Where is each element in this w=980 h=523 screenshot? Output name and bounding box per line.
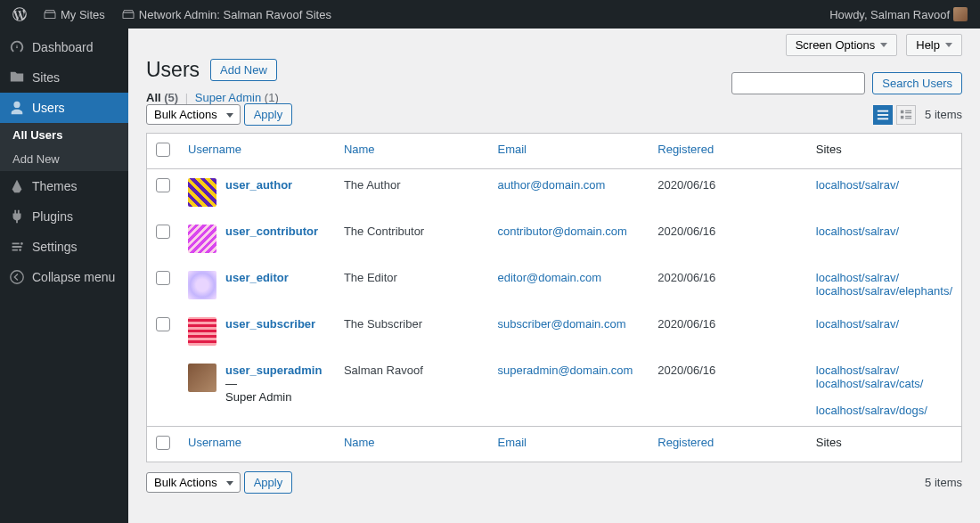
col-email[interactable]: Email: [488, 427, 649, 462]
search-users-button[interactable]: Search Users: [872, 72, 962, 94]
screen-options-button[interactable]: Screen Options: [786, 34, 898, 56]
col-registered[interactable]: Registered: [649, 427, 807, 462]
howdy-link[interactable]: Howdy, Salman Ravoof: [824, 0, 973, 29]
email-link[interactable]: author@domain.com: [497, 178, 605, 192]
site-link[interactable]: localhost/salrav/: [816, 317, 899, 331]
user-search-input[interactable]: [731, 72, 865, 94]
menu-themes[interactable]: Themes: [0, 171, 128, 201]
site-link[interactable]: localhost/salrav/: [816, 271, 899, 284]
svg-rect-6: [901, 110, 904, 113]
network-admin-link[interactable]: Network Admin: Salman Ravoof Sites: [116, 0, 337, 29]
items-count-bottom: 5 items: [925, 476, 962, 489]
apply-button-top[interactable]: Apply: [244, 103, 293, 126]
email-link[interactable]: contributor@domain.com: [497, 225, 626, 238]
site-link[interactable]: localhost/salrav/: [816, 364, 899, 377]
col-email[interactable]: Email: [488, 134, 649, 169]
menu-sites[interactable]: Sites: [0, 62, 128, 93]
username-link[interactable]: user_superadmin: [225, 364, 322, 377]
chevron-down-icon: [880, 43, 887, 47]
users-table: Username Name Email Registered Sites use…: [146, 133, 962, 462]
content-area: Screen Options Help Users Add New All (5…: [128, 29, 980, 523]
username-link[interactable]: user_editor: [225, 271, 289, 284]
admin-bar: My Sites Network Admin: Salman Ravoof Si…: [0, 0, 980, 29]
menu-dashboard[interactable]: Dashboard: [0, 32, 128, 62]
row-checkbox[interactable]: [156, 271, 170, 285]
svg-rect-4: [878, 114, 888, 116]
svg-rect-10: [905, 115, 911, 116]
bulk-actions-select-bottom[interactable]: Bulk Actions: [146, 472, 241, 493]
menu-plugins[interactable]: Plugins: [0, 201, 128, 232]
add-new-button[interactable]: Add New: [210, 59, 277, 81]
wp-logo[interactable]: [7, 0, 32, 29]
select-all-checkbox-bottom[interactable]: [156, 436, 170, 450]
name-cell: The Author: [335, 169, 489, 217]
email-link[interactable]: superadmin@domain.com: [497, 364, 633, 377]
row-checkbox[interactable]: [156, 225, 170, 239]
menu-users[interactable]: Users: [0, 93, 128, 123]
email-link[interactable]: subscriber@domain.com: [497, 317, 625, 331]
name-cell: Salman Ravoof: [335, 355, 489, 427]
col-username[interactable]: Username: [179, 134, 335, 169]
settings-icon: [9, 239, 25, 255]
user-avatar: [188, 178, 216, 207]
row-checkbox[interactable]: [156, 317, 170, 331]
svg-rect-11: [905, 118, 911, 118]
registered-cell: 2020/06/16: [649, 262, 807, 308]
name-cell: The Subscriber: [335, 308, 489, 355]
site-link[interactable]: localhost/salrav/: [816, 178, 899, 192]
bulk-actions-select[interactable]: Bulk Actions: [146, 104, 241, 125]
plugins-icon: [9, 208, 25, 225]
collapse-icon: [9, 269, 25, 285]
avatar-icon: [953, 7, 968, 21]
table-row: user_editorThe Editoreditor@domain.com20…: [147, 262, 962, 308]
submenu-add-new[interactable]: Add New: [0, 147, 128, 171]
view-list-icon[interactable]: [873, 105, 893, 125]
row-checkbox[interactable]: [156, 178, 170, 192]
page-title: Users: [146, 58, 200, 82]
col-username[interactable]: Username: [179, 427, 335, 462]
user-avatar: [188, 317, 216, 346]
howdy-label: Howdy, Salman Ravoof: [829, 8, 950, 21]
site-link[interactable]: localhost/salrav/dogs/: [816, 404, 927, 417]
table-row: user_superadmin — Super AdminSalman Ravo…: [147, 355, 962, 427]
col-name[interactable]: Name: [335, 427, 489, 462]
my-sites-link[interactable]: My Sites: [37, 0, 110, 29]
registered-cell: 2020/06/16: [649, 308, 807, 355]
username-link[interactable]: user_contributor: [225, 225, 318, 238]
themes-icon: [9, 178, 25, 194]
site-link[interactable]: localhost/salrav/cats/: [816, 377, 924, 390]
dashboard-icon: [9, 39, 25, 55]
filter-all[interactable]: All (5): [146, 91, 178, 104]
svg-point-0: [20, 242, 23, 245]
username-link[interactable]: user_subscriber: [225, 317, 315, 331]
user-avatar: [188, 225, 216, 253]
my-sites-label: My Sites: [61, 8, 105, 21]
sites-icon: [9, 69, 25, 86]
registered-cell: 2020/06/16: [649, 169, 807, 217]
site-link[interactable]: localhost/salrav/elephants/: [816, 284, 952, 298]
select-all-checkbox[interactable]: [156, 143, 170, 157]
email-link[interactable]: editor@domain.com: [497, 271, 601, 284]
svg-point-1: [19, 249, 21, 251]
menu-collapse-menu[interactable]: Collapse menu: [0, 262, 128, 292]
col-sites: Sites: [807, 134, 962, 169]
users-icon: [9, 100, 25, 116]
table-row: user_authorThe Authorauthor@domain.com20…: [147, 169, 962, 217]
col-sites: Sites: [807, 427, 962, 462]
network-admin-label: Network Admin: Salman Ravoof Sites: [139, 8, 331, 21]
col-registered[interactable]: Registered: [649, 134, 807, 169]
filter-super-admin[interactable]: Super Admin (1): [195, 91, 279, 104]
site-link[interactable]: localhost/salrav/: [816, 225, 899, 238]
svg-point-2: [11, 271, 23, 283]
apply-button-bottom[interactable]: Apply: [244, 471, 293, 494]
col-name[interactable]: Name: [335, 134, 489, 169]
submenu-all-users[interactable]: All Users: [0, 123, 128, 147]
table-row: user_contributorThe Contributorcontribut…: [147, 216, 962, 262]
menu-settings[interactable]: Settings: [0, 232, 128, 262]
view-excerpt-icon[interactable]: [896, 105, 916, 125]
chevron-down-icon: [945, 43, 952, 47]
help-button[interactable]: Help: [906, 34, 962, 56]
username-link[interactable]: user_author: [225, 178, 292, 192]
svg-rect-9: [901, 115, 904, 118]
user-avatar: [188, 271, 216, 299]
